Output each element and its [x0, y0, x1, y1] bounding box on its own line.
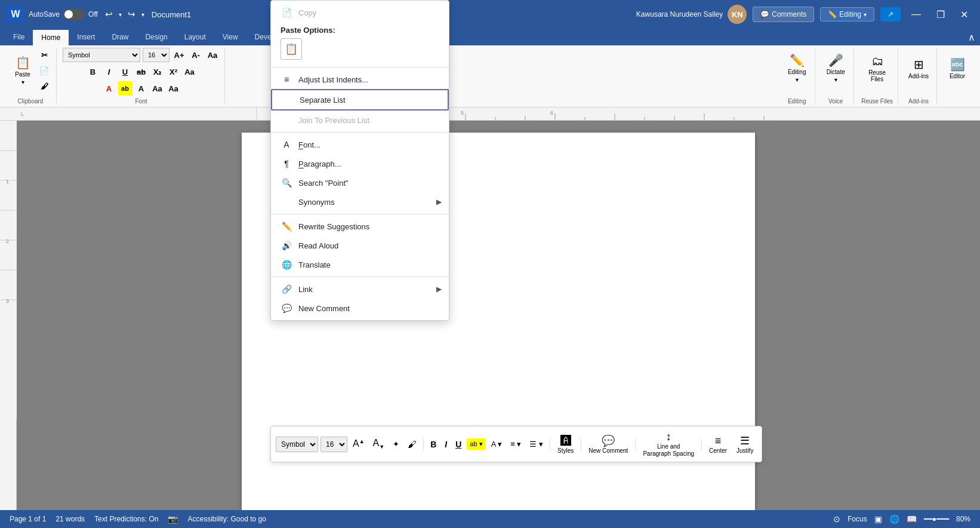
- comments-button[interactable]: 💬 Comments: [753, 7, 814, 22]
- ctx-new-comment[interactable]: 💬 New Comment: [271, 299, 449, 318]
- ctx-synonyms-label: Synonyms: [298, 198, 335, 207]
- title-bar: W AutoSave Off ↩ ▾ ↪ ▾ Document1 Kawusar…: [0, 0, 980, 29]
- increase-font-button[interactable]: A+: [172, 48, 186, 62]
- mini-highlight[interactable]: ab ▾: [467, 438, 485, 450]
- editing-ribbon-label: Editing: [788, 69, 806, 75]
- transform-button[interactable]: Aa: [183, 65, 197, 79]
- font-color-button[interactable]: A: [102, 81, 116, 96]
- mini-justify[interactable]: ☰ Justify: [733, 432, 757, 456]
- quick-access-dropdown[interactable]: ▾: [139, 10, 147, 19]
- highlight-button[interactable]: ab: [118, 81, 132, 96]
- font-select[interactable]: Symbol: [63, 48, 140, 62]
- italic-button[interactable]: I: [102, 65, 116, 79]
- mini-underline[interactable]: U: [452, 438, 464, 451]
- ctx-adjust-list-indents[interactable]: ≡ Adjust List Indents...: [271, 70, 449, 89]
- context-menu: 📄 Copy Paste Options: 📋 ≡ Adjust List In…: [270, 0, 449, 321]
- comments-label: Comments: [772, 10, 806, 19]
- editing-ribbon-icon: ✏️: [790, 53, 805, 67]
- decrease-font-button[interactable]: A-: [189, 48, 203, 62]
- minimize-button[interactable]: —: [907, 7, 926, 22]
- mini-decrease-font[interactable]: A▼: [370, 436, 388, 452]
- autosave-toggle[interactable]: [63, 9, 85, 20]
- undo-button[interactable]: ↩: [103, 8, 115, 21]
- ctx-separator3: [271, 214, 449, 214]
- font-size-down[interactable]: Aa: [167, 81, 181, 96]
- strikethrough-button[interactable]: ab: [134, 65, 149, 79]
- ctx-synonyms[interactable]: Synonyms ▶: [271, 192, 449, 211]
- view-web-icon[interactable]: 🌐: [889, 514, 899, 524]
- editing-button[interactable]: ✏️ Editing ▾: [820, 7, 874, 22]
- ctx-copy[interactable]: 📄 Copy: [271, 3, 449, 22]
- underline-button[interactable]: U: [118, 65, 132, 79]
- ctx-link[interactable]: 🔗 Link ▶: [271, 280, 449, 299]
- reuse-files-icon: 🗂: [871, 54, 883, 68]
- editing-ribbon-button[interactable]: ✏️ Editing ▾: [784, 48, 810, 88]
- mini-bullets[interactable]: ≡ ▾: [507, 438, 524, 450]
- redo-button[interactable]: ↪: [125, 8, 138, 21]
- paste-button[interactable]: 📋 Paste ▾: [10, 50, 36, 91]
- camera-icon[interactable]: 📷: [168, 514, 178, 524]
- ctx-separate-list[interactable]: Separate List: [271, 89, 449, 110]
- ctx-translate[interactable]: 🌐 Translate: [271, 255, 449, 274]
- document-canvas[interactable]: Bu Point 3: [17, 121, 980, 528]
- add-ins-button[interactable]: ⊞ Add-ins: [905, 48, 932, 88]
- cut-button[interactable]: ✂: [37, 48, 51, 62]
- close-button[interactable]: ✕: [956, 7, 973, 23]
- mini-paint-format[interactable]: 🖌: [405, 437, 420, 451]
- size-select[interactable]: 16: [143, 48, 170, 62]
- mini-bold[interactable]: B: [427, 438, 439, 451]
- mini-styles[interactable]: 🅰 Styles: [554, 433, 577, 456]
- link-arrow: ▶: [436, 285, 442, 293]
- tab-layout[interactable]: Layout: [176, 29, 214, 45]
- add-ins-group-label: Add-ins: [908, 97, 929, 105]
- voice-group: 🎤 Dictate ▾ Voice: [818, 48, 854, 105]
- ribbon-collapse-button[interactable]: ∧: [968, 32, 975, 43]
- mini-numbering[interactable]: ☰ ▾: [526, 438, 546, 450]
- autosave-area: AutoSave Off: [29, 9, 98, 20]
- ctx-font[interactable]: A Font...: [271, 135, 449, 154]
- mini-font-select[interactable]: Symbol: [276, 437, 318, 452]
- view-normal-icon[interactable]: ▣: [874, 514, 882, 524]
- undo-dropdown[interactable]: ▾: [116, 10, 124, 19]
- tab-insert[interactable]: Insert: [69, 29, 103, 45]
- add-ins-group: ⊞ Add-ins Add-ins: [901, 48, 937, 105]
- share-button[interactable]: ↗: [880, 7, 901, 22]
- editor-button[interactable]: 🔤 Editor: [944, 48, 970, 88]
- editor-label: Editor: [950, 73, 965, 79]
- chevron-down-icon: ▾: [864, 11, 867, 18]
- mini-new-comment[interactable]: 💬 New Comment: [585, 432, 631, 456]
- dictate-button[interactable]: 🎤 Dictate ▾: [822, 48, 849, 88]
- mini-increase-font[interactable]: A▲: [350, 437, 368, 451]
- view-read-icon[interactable]: 📖: [907, 514, 917, 524]
- subscript-button[interactable]: X₂: [150, 65, 165, 79]
- mini-size-select[interactable]: 16: [320, 437, 347, 452]
- mini-clear-format[interactable]: ✦: [390, 438, 402, 450]
- tab-file[interactable]: File: [5, 29, 33, 45]
- superscript-button[interactable]: X²: [167, 65, 181, 79]
- user-name: Kawusara Nurudeen Salley: [636, 10, 723, 19]
- tab-home[interactable]: Home: [33, 29, 69, 45]
- tab-draw[interactable]: Draw: [103, 29, 137, 45]
- ctx-read-aloud[interactable]: 🔊 Read Aloud: [271, 236, 449, 255]
- tab-view[interactable]: View: [214, 29, 246, 45]
- mini-center[interactable]: ≡ Center: [705, 433, 731, 456]
- ctx-paragraph[interactable]: ¶ Paragraph...: [271, 154, 449, 173]
- font-size-up[interactable]: Aa: [150, 81, 165, 96]
- mini-line-spacing[interactable]: ↕ Line andParagraph Spacing: [639, 429, 698, 459]
- paste-keep-source-button[interactable]: 📋: [281, 38, 302, 60]
- ctx-join-previous[interactable]: Join To Previous List: [271, 110, 449, 130]
- mini-italic[interactable]: I: [442, 438, 450, 451]
- bold-button[interactable]: B: [86, 65, 100, 79]
- tab-design[interactable]: Design: [137, 29, 175, 45]
- ctx-search[interactable]: 🔍 Search "Point": [271, 173, 449, 192]
- zoom-slider[interactable]: ━━●━━━: [924, 515, 949, 523]
- font-color2-button[interactable]: A: [134, 81, 149, 96]
- ctx-rewrite[interactable]: ✏️ Rewrite Suggestions: [271, 217, 449, 236]
- clear-format-button[interactable]: Aa: [205, 48, 220, 62]
- copy-button[interactable]: 📄: [37, 63, 51, 78]
- focus-icon[interactable]: ⊙: [833, 514, 840, 524]
- format-painter-button[interactable]: 🖌: [37, 79, 51, 93]
- restore-button[interactable]: ❐: [932, 7, 950, 23]
- mini-font-color[interactable]: A ▾: [488, 438, 506, 450]
- reuse-files-button[interactable]: 🗂 ReuseFiles: [864, 48, 890, 88]
